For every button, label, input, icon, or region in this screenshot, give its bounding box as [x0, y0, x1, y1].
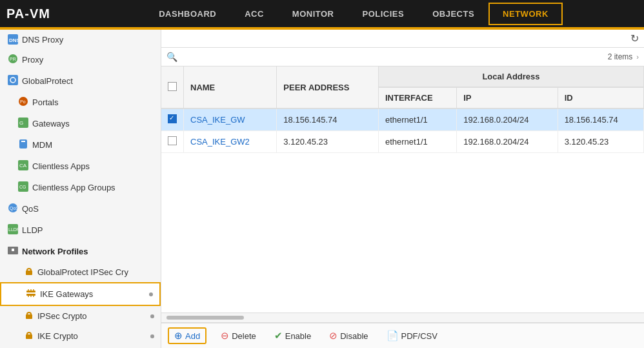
enable-button[interactable]: ✔ Enable [270, 328, 315, 343]
top-nav: PA-VM DASHBOARD ACC MONITOR POLICIES OBJ… [0, 0, 644, 27]
row2-checkbox[interactable] [168, 136, 177, 145]
ike-gateways-table: NAME PEER ADDRESS Local Address INTERFAC… [161, 67, 644, 153]
add-button[interactable]: ⊕ Add [168, 327, 206, 344]
svg-text:QoS: QoS [10, 206, 18, 211]
enable-label: Enable [285, 331, 311, 341]
nav-network[interactable]: NETWORK [488, 3, 563, 25]
row2-id: 3.120.45.23 [558, 131, 643, 153]
svg-rect-4 [8, 75, 18, 85]
row2-checkbox-cell [161, 131, 184, 153]
pdf-csv-icon: 📄 [387, 330, 399, 342]
col-interface-header: INTERFACE [378, 87, 456, 108]
col-ip-header: IP [457, 87, 558, 108]
col-checkbox-header [161, 67, 184, 108]
sidebar-item-gp-ipsec-crypto[interactable]: GlobalProtect IPSec Cry [0, 262, 161, 282]
items-count: 2 items [608, 52, 633, 61]
svg-rect-11 [21, 141, 25, 142]
network-profiles-icon [8, 245, 18, 258]
pdf-csv-button[interactable]: 📄 PDF/CSV [383, 328, 441, 343]
mdm-icon [18, 139, 28, 151]
col-peer-address-header: PEER ADDRESS [277, 67, 379, 108]
sidebar-item-globalprotect[interactable]: GlobalProtect [0, 70, 161, 92]
row1-interface: ethernet1/1 [378, 108, 456, 131]
sidebar-item-lldp-label: LLDP [22, 225, 43, 235]
row1-checkbox[interactable] [168, 114, 177, 123]
sidebar-item-ike-gateways[interactable]: IKE Gateways [0, 282, 161, 306]
app-logo: PA-VM [6, 6, 50, 21]
row1-name[interactable]: CSA_IKE_GW [184, 108, 277, 131]
sidebar-item-network-profiles-label: Network Profiles [22, 247, 88, 256]
sidebar-item-ipsec-crypto-label: IPSec Crypto [37, 311, 87, 321]
row2-name[interactable]: CSA_IKE_GW2 [184, 131, 277, 153]
sidebar-item-ike-crypto-label: IKE Crypto [37, 331, 78, 341]
row1-checkbox-cell [161, 108, 184, 131]
sidebar-item-dns-proxy[interactable]: DNS DNS Proxy [0, 30, 161, 49]
sidebar-item-ipsec-crypto[interactable]: IPSec Crypto [0, 306, 161, 326]
sidebar-item-portals[interactable]: Po Portals [0, 92, 161, 113]
select-all-checkbox[interactable] [168, 82, 177, 91]
delete-label: Delete [232, 331, 256, 341]
svg-rect-24 [26, 291, 35, 292]
sidebar-item-gp-ipsec-crypto-label: GlobalProtect IPSec Cry [37, 267, 128, 277]
ike-gateways-icon [26, 288, 36, 300]
gp-ipsec-lock-icon [25, 267, 34, 278]
svg-rect-33 [27, 312, 31, 316]
delete-button[interactable]: ⊖ Delete [217, 328, 260, 343]
sidebar-item-clientless-apps[interactable]: CA Clientless Apps [0, 156, 161, 177]
sidebar-item-network-profiles[interactable]: Network Profiles [0, 241, 161, 262]
table-row: CSA_IKE_GW2 3.120.45.23 ethernet1/1 192.… [161, 131, 644, 153]
enable-icon: ✔ [274, 330, 283, 342]
svg-text:CG: CG [19, 185, 26, 189]
sidebar-item-clientless-app-groups[interactable]: CG Clientless App Groups [0, 177, 161, 198]
sidebar-item-qos[interactable]: QoS QoS [0, 198, 161, 220]
nav-items: DASHBOARD ACC MONITOR POLICIES OBJECTS N… [70, 3, 638, 25]
refresh-icon[interactable]: ↻ [630, 32, 639, 45]
sidebar-item-gateways-label: Gateways [32, 119, 70, 128]
search-icon: 🔍 [166, 52, 177, 62]
svg-rect-23 [27, 269, 31, 272]
horizontal-scrollbar[interactable] [166, 316, 244, 320]
disable-button[interactable]: ⊘ Disable [325, 328, 372, 343]
nav-policies[interactable]: POLICIES [348, 3, 419, 25]
toolbar-row: ↻ [161, 30, 644, 48]
nav-dashboard[interactable]: DASHBOARD [145, 3, 230, 25]
clientless-app-groups-icon: CG [18, 181, 28, 194]
ike-crypto-dot [150, 334, 154, 338]
nav-monitor[interactable]: MONITOR [278, 3, 348, 25]
ike-crypto-lock-icon [25, 331, 34, 342]
svg-text:Po: Po [20, 99, 26, 104]
col-local-address-group-header: Local Address [378, 67, 643, 87]
nav-objects[interactable]: OBJECTS [418, 3, 488, 25]
globalprotect-icon [8, 75, 18, 87]
search-input[interactable] [181, 52, 604, 62]
sidebar-item-proxy[interactable]: PR Proxy [0, 49, 161, 70]
row2-peer-address: 3.120.45.23 [277, 131, 379, 153]
ike-gateways-dot [149, 292, 153, 296]
svg-text:PR: PR [10, 57, 16, 61]
sidebar-item-gateways[interactable]: G Gateways [0, 113, 161, 134]
qos-icon: QoS [8, 203, 18, 215]
svg-rect-21 [12, 249, 14, 251]
ipsec-crypto-dot [150, 314, 154, 318]
col-name-header: NAME [184, 67, 277, 108]
main-layout: DNS DNS Proxy PR Proxy GlobalProtect Po … [0, 30, 644, 348]
items-count-arrow: › [636, 53, 639, 61]
sidebar-item-clientless-apps-label: Clientless Apps [32, 161, 90, 171]
svg-text:CA: CA [19, 163, 27, 169]
nav-acc[interactable]: ACC [230, 3, 278, 25]
row2-interface: ethernet1/1 [378, 131, 456, 153]
action-bar: ⊕ Add ⊖ Delete ✔ Enable ⊘ Disable 📄 PDF/… [161, 323, 644, 348]
gateways-icon: G [18, 118, 28, 130]
sidebar-item-mdm[interactable]: MDM [0, 134, 161, 156]
sidebar-item-clientless-app-groups-label: Clientless App Groups [32, 183, 116, 192]
scroll-bar-area [161, 312, 644, 323]
sidebar-item-portals-label: Portals [32, 97, 58, 107]
proxy-icon: PR [8, 54, 18, 66]
row1-ip: 192.168.0.204/24 [457, 108, 558, 131]
dns-icon: DNS [8, 34, 18, 45]
sidebar-item-ike-crypto[interactable]: IKE Crypto [0, 326, 161, 346]
sidebar-item-lldp[interactable]: LLDP LLDP [0, 220, 161, 241]
row1-peer-address: 18.156.145.74 [277, 108, 379, 131]
disable-icon: ⊘ [329, 330, 337, 342]
sidebar-item-ike-gateways-label: IKE Gateways [40, 289, 93, 299]
